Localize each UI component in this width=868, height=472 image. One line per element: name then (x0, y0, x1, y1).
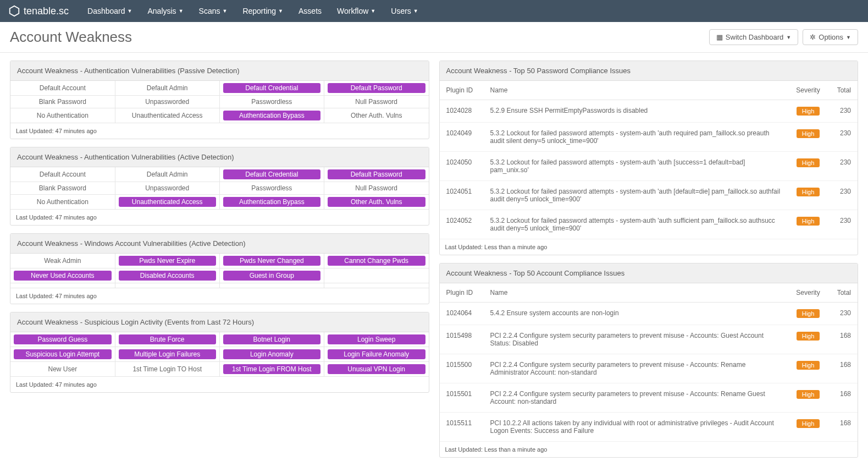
table-row[interactable]: 10240495.3.2 Lockout for failed password… (440, 123, 858, 152)
table-row[interactable]: 10240285.2.9 Ensure SSH PermitEmptyPassw… (440, 100, 858, 123)
matrix-cell[interactable]: Authentication Bypass (219, 108, 324, 123)
matrix-cell[interactable]: Other Auth. Vulns (324, 195, 428, 210)
matrix-table: Password GuessBrute ForceBotnet LoginLog… (10, 332, 429, 377)
cell-name: 5.3.2 Lockout for failed password attemp… (484, 123, 789, 152)
matrix-cell[interactable]: Password Guess (10, 332, 115, 347)
brand-logo[interactable]: tenable.sc (8, 5, 69, 17)
col-header-name[interactable]: Name (484, 81, 789, 100)
col-header-plugin[interactable]: Plugin ID (440, 81, 484, 100)
matrix-cell[interactable]: Pwds Never Expire (115, 254, 219, 268)
matrix-cell[interactable]: Default Password (324, 81, 428, 96)
matrix-table: Weak AdminPwds Never ExpirePwds Never Ch… (10, 254, 429, 288)
matrix-cell[interactable]: Blank Password (10, 96, 115, 108)
nav-item-assets[interactable]: Assets (291, 1, 329, 21)
nav-item-reporting[interactable]: Reporting▼ (235, 1, 291, 21)
table-row[interactable]: 10240645.4.2 Ensure system accounts are … (440, 303, 858, 325)
matrix-cell[interactable]: No Authentication (10, 195, 115, 210)
panel-title: Account Weakness - Windows Account Vulne… (10, 234, 429, 254)
table-row[interactable]: 1015498PCI 2.2.4 Configure system securi… (440, 325, 858, 354)
matrix-cell[interactable]: Login Anomaly (219, 347, 324, 362)
matrix-cell[interactable]: Disabled Accounts (115, 268, 219, 283)
matrix-cell[interactable]: Unusual VPN Login (324, 362, 428, 377)
matrix-cell[interactable]: Unauthenticated Access (115, 108, 219, 123)
matrix-cell[interactable]: Default Admin (115, 167, 219, 182)
matrix-cell[interactable]: Cannot Change Pwds (324, 254, 428, 268)
matrix-cell[interactable]: Default Account (10, 81, 115, 96)
chevron-down-icon: ▼ (413, 8, 418, 14)
matrix-cell[interactable]: Null Password (324, 96, 428, 108)
matrix-cell[interactable]: New User (10, 362, 115, 377)
matrix-cell[interactable]: Unpassworded (115, 96, 219, 108)
table-row[interactable]: 10240525.3.2 Lockout for failed password… (440, 210, 858, 239)
matrix-cell[interactable]: Multiple Login Failures (115, 347, 219, 362)
matrix-cell[interactable]: Brute Force (115, 332, 219, 347)
matrix-cell[interactable]: Weak Admin (10, 254, 115, 268)
matrix-cell[interactable]: Default Account (10, 167, 115, 182)
matrix-cell[interactable]: Passwordless (219, 182, 324, 195)
matrix-cell-highlight: Default Password (328, 169, 425, 179)
cell-total: 230 (827, 123, 858, 152)
severity-badge-high: High (797, 309, 820, 318)
col-header-severity[interactable]: Severity (789, 81, 827, 100)
table-row[interactable]: 10240505.3.2 Lockout for failed password… (440, 152, 858, 181)
severity-badge-high: High (797, 217, 820, 226)
data-table: Plugin IDNameSeverityTotal10240645.4.2 E… (440, 283, 858, 442)
matrix-cell[interactable]: Suspicious Login Attempt (10, 347, 115, 362)
matrix-cell[interactable]: Default Admin (115, 81, 219, 96)
top-navbar: tenable.sc Dashboard▼Analysis▼Scans▼Repo… (0, 0, 868, 22)
matrix-cell[interactable]: Login Sweep (324, 332, 428, 347)
matrix-cell-highlight: Brute Force (119, 334, 216, 344)
matrix-cell[interactable]: Login Failure Anomaly (324, 347, 428, 362)
matrix-cell[interactable]: Unauthenticated Access (115, 195, 219, 210)
matrix-panel: Account Weakness - Windows Account Vulne… (10, 233, 429, 304)
severity-badge-high: High (797, 361, 820, 370)
options-button[interactable]: ✲ Options ▼ (803, 29, 858, 45)
cell-severity: High (789, 325, 827, 354)
table-row[interactable]: 1015501PCI 2.2.4 Configure system securi… (440, 383, 858, 413)
nav-item-dashboard[interactable]: Dashboard▼ (80, 1, 140, 21)
switch-dashboard-button[interactable]: ▦ Switch Dashboard ▼ (709, 29, 798, 45)
matrix-cell[interactable]: Passwordless (219, 96, 324, 108)
matrix-cell[interactable]: Authentication Bypass (219, 195, 324, 210)
nav-item-workflow[interactable]: Workflow▼ (329, 1, 383, 21)
matrix-panel: Account Weakness - Suspicious Login Acti… (10, 312, 429, 393)
nav-item-scans[interactable]: Scans▼ (191, 1, 235, 21)
cell-total: 168 (827, 383, 858, 413)
matrix-cell[interactable]: Other Auth. Vulns (324, 108, 428, 123)
table-row[interactable]: 1015511PCI 10.2.2 All actions taken by a… (440, 413, 858, 442)
nav-item-users[interactable]: Users▼ (383, 1, 425, 21)
matrix-cell[interactable]: Botnet Login (219, 332, 324, 347)
matrix-cell[interactable]: Default Credential (219, 81, 324, 96)
table-row[interactable]: 1015500PCI 2.2.4 Configure system securi… (440, 354, 858, 383)
matrix-cell[interactable]: 1st Time Login TO Host (115, 362, 219, 377)
matrix-cell (10, 283, 115, 288)
matrix-cell[interactable]: Null Password (324, 182, 428, 195)
col-header-total[interactable]: Total (827, 283, 858, 303)
severity-badge-high: High (797, 390, 820, 399)
matrix-cell[interactable]: Pwds Never Changed (219, 254, 324, 268)
col-header-name[interactable]: Name (484, 283, 789, 303)
col-header-severity[interactable]: Severity (789, 283, 827, 303)
cell-plugin-id: 1024050 (440, 152, 484, 181)
severity-badge-high: High (797, 107, 820, 116)
cell-severity: High (789, 100, 827, 123)
matrix-cell[interactable]: Default Password (324, 167, 428, 182)
matrix-panel: Account Weakness - Authentication Vulner… (10, 61, 429, 139)
matrix-cell[interactable]: Never Used Accounts (10, 268, 115, 283)
matrix-cell-highlight: Authentication Bypass (223, 111, 320, 120)
col-header-plugin[interactable]: Plugin ID (440, 283, 484, 303)
table-row[interactable]: 10240515.3.2 Lockout for failed password… (440, 181, 858, 210)
cell-name: PCI 10.2.2 All actions taken by any indi… (484, 413, 789, 442)
nav-item-analysis[interactable]: Analysis▼ (140, 1, 191, 21)
matrix-table: Default AccountDefault AdminDefault Cred… (10, 81, 429, 123)
cell-severity: High (789, 181, 827, 210)
matrix-cell[interactable]: Unpassworded (115, 182, 219, 195)
matrix-cell[interactable]: Guest in Group (219, 268, 324, 283)
matrix-cell[interactable]: Default Credential (219, 167, 324, 182)
cell-severity: High (789, 303, 827, 325)
matrix-cell[interactable]: 1st Time Login FROM Host (219, 362, 324, 377)
matrix-cell[interactable]: Blank Password (10, 182, 115, 195)
col-header-total[interactable]: Total (827, 81, 858, 100)
matrix-cell (324, 283, 428, 288)
matrix-cell[interactable]: No Authentication (10, 108, 115, 123)
